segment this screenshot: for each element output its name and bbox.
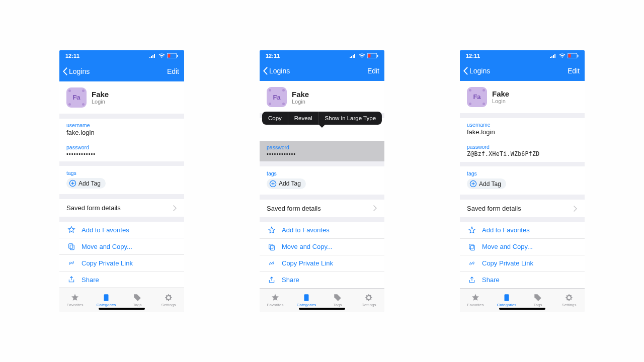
home-indicator[interactable] — [499, 308, 545, 310]
action-move-label: Move and Copy... — [82, 243, 132, 250]
tags-section: tags Add Tag — [460, 166, 585, 195]
tab-favorites[interactable]: Favorites — [460, 289, 491, 312]
svg-rect-8 — [368, 54, 371, 57]
username-field[interactable]: username fake.login — [460, 118, 585, 140]
saved-form-details-row[interactable]: Saved form details — [59, 199, 184, 217]
password-label: password — [267, 144, 377, 150]
password-field[interactable]: password •••••••••••• — [59, 141, 184, 161]
cellular-icon — [350, 53, 357, 58]
svg-rect-15 — [569, 54, 571, 57]
cellular-icon — [149, 53, 156, 58]
home-indicator[interactable] — [299, 308, 345, 310]
action-add-favorites[interactable]: Add to Favorites — [59, 222, 184, 238]
home-indicator[interactable] — [99, 308, 145, 310]
password-label: password — [66, 144, 177, 150]
popover-reveal[interactable]: Reveal — [288, 112, 318, 125]
username-field[interactable]: username fake.login — [59, 119, 184, 141]
duplicate-icon — [67, 242, 75, 250]
share-icon — [67, 276, 75, 284]
tab-settings[interactable]: Settings — [553, 289, 585, 312]
action-move-copy[interactable]: Move and Copy... — [59, 238, 184, 254]
saved-form-details-row[interactable]: Saved form details — [260, 200, 384, 217]
tab-settings[interactable]: Settings — [353, 289, 384, 312]
svg-rect-18 — [469, 244, 473, 249]
username-label: username — [66, 122, 177, 128]
tags-section: tags Add Tag — [59, 166, 184, 194]
plus-circle-icon — [269, 180, 277, 188]
action-share[interactable]: Share — [460, 272, 585, 288]
edit-button[interactable]: Edit — [367, 67, 381, 75]
tags-label: tags — [267, 170, 377, 176]
star-icon — [468, 226, 476, 234]
star-icon — [268, 226, 276, 234]
action-add-favorites[interactable]: Add to Favorites — [460, 222, 585, 238]
item-icon: Fa — [467, 87, 487, 107]
share-icon — [468, 276, 476, 284]
chevron-right-icon — [574, 206, 578, 212]
password-value-masked: •••••••••••• — [66, 151, 177, 157]
chevron-left-icon — [462, 66, 469, 75]
action-add-favorites[interactable]: Add to Favorites — [260, 222, 384, 238]
popover-large-type[interactable]: Show in Large Type — [319, 112, 382, 125]
action-copy-private-link[interactable]: Copy Private Link — [460, 255, 585, 272]
chevron-left-icon — [262, 66, 269, 75]
action-move-copy[interactable]: Move and Copy... — [260, 238, 384, 255]
password-value-masked: •••••••••••• — [267, 151, 377, 157]
status-time: 12:11 — [65, 53, 79, 59]
add-tag-button[interactable]: Add Tag — [267, 178, 306, 189]
status-bar: 12:11 — [460, 50, 585, 61]
edit-button[interactable]: Edit — [568, 67, 582, 75]
item-header: Fa Fake Login — [59, 81, 184, 114]
saved-form-details-row[interactable]: Saved form details — [460, 200, 585, 217]
back-button[interactable]: Logins — [262, 66, 290, 75]
status-bar: 12:11 — [59, 50, 184, 61]
svg-rect-20 — [505, 294, 509, 301]
svg-rect-9 — [377, 55, 378, 57]
nav-bar: Logins Edit — [260, 61, 384, 81]
action-copy-private-link[interactable]: Copy Private Link — [59, 254, 184, 271]
svg-rect-12 — [270, 245, 274, 250]
duplicate-icon — [468, 243, 476, 251]
action-share[interactable]: Share — [59, 271, 184, 288]
popover-copy[interactable]: Copy — [262, 112, 288, 125]
status-time: 12:11 — [266, 53, 280, 59]
status-indicators — [550, 53, 579, 58]
plus-circle-icon — [469, 180, 477, 188]
action-share[interactable]: Share — [260, 272, 384, 288]
svg-rect-4 — [69, 244, 73, 248]
add-tag-label: Add Tag — [279, 180, 301, 187]
chevron-left-icon — [61, 67, 68, 76]
wifi-icon — [359, 53, 365, 58]
password-field[interactable]: password •••••••••••• — [260, 141, 384, 161]
action-favorites-label: Add to Favorites — [82, 226, 129, 234]
add-tag-label: Add Tag — [78, 180, 101, 187]
password-field[interactable]: password Z@Bzf.XHeTi.WZb6PfZD — [460, 140, 585, 162]
username-value: fake.login — [467, 128, 578, 136]
phone-screen-masked: 12:11 Logins Edit Fa Fake Login username… — [59, 50, 184, 312]
add-tag-button[interactable]: Add Tag — [66, 178, 106, 189]
back-button[interactable]: Logins — [462, 66, 490, 75]
status-time: 12:11 — [466, 53, 480, 59]
item-subtitle: Login — [492, 98, 509, 104]
link-icon — [67, 259, 75, 267]
svg-rect-1 — [168, 54, 171, 57]
link-icon — [468, 259, 476, 267]
link-icon — [268, 259, 276, 267]
item-title: Fake — [92, 90, 109, 99]
action-move-copy[interactable]: Move and Copy... — [460, 238, 585, 255]
action-copy-private-link[interactable]: Copy Private Link — [260, 255, 384, 272]
chevron-right-icon — [173, 205, 177, 211]
edit-button[interactable]: Edit — [167, 67, 181, 75]
svg-rect-16 — [578, 55, 579, 57]
add-tag-button[interactable]: Add Tag — [467, 178, 506, 189]
back-label: Logins — [69, 67, 90, 75]
item-icon-label: Fa — [72, 94, 80, 101]
tab-favorites[interactable]: Favorites — [59, 288, 91, 312]
saved-form-label: Saved form details — [66, 204, 121, 212]
tab-favorites[interactable]: Favorites — [260, 289, 291, 312]
svg-rect-19 — [470, 245, 474, 250]
status-indicators — [149, 53, 178, 58]
tab-settings[interactable]: Settings — [153, 288, 184, 312]
back-button[interactable]: Logins — [61, 67, 90, 76]
action-share-label: Share — [82, 276, 99, 284]
